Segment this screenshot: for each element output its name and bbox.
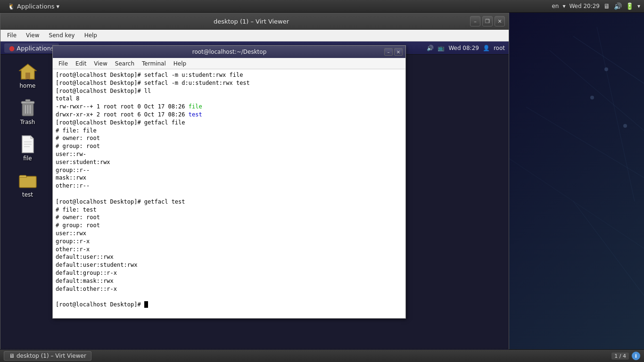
term-line-11: user::rw- <box>56 150 403 158</box>
term-line-22: group::r-x <box>56 238 403 246</box>
inner-applications-menu[interactable]: ● Applications <box>4 43 59 53</box>
svg-line-8 <box>573 201 644 296</box>
inner-user-label: root <box>494 45 505 51</box>
term-line-9: # owner: root <box>56 134 403 142</box>
inner-monitor-icon: 📺 <box>438 45 445 51</box>
host-bottom-left: 🖥 desktop (1) – Virt Viewer <box>4 351 91 361</box>
test-folder-icon-img <box>18 171 37 190</box>
svg-line-1 <box>550 50 644 131</box>
terminal-help-menu[interactable]: Help <box>172 59 188 68</box>
host-battery-icon: 🔋 <box>626 2 634 10</box>
term-line-30: [root@localhost Desktop]# <box>56 301 403 309</box>
term-line-25: default:user:student:rwx <box>56 261 403 269</box>
desktop-icon-trash[interactable]: Trash <box>7 96 49 128</box>
terminal-close-button[interactable]: ✕ <box>394 48 403 56</box>
term-line-21: user::rwx <box>56 230 403 238</box>
host-page-indicator: 1 / 4 <box>611 353 629 360</box>
term-line-3: [root@localhost Desktop]# ll <box>56 87 403 95</box>
host-lang[interactable]: en <box>552 3 559 9</box>
virt-viewer-titlebar: desktop (1) – Virt Viewer – ❒ ✕ <box>0 13 509 30</box>
desktop-icon-test[interactable]: test <box>7 168 49 201</box>
term-line-26: default:group::r-x <box>56 269 403 277</box>
virt-view-menu[interactable]: View <box>24 31 41 40</box>
trash-icon-img <box>18 99 37 117</box>
svg-line-6 <box>526 107 644 178</box>
term-line-19: # owner: root <box>56 214 403 222</box>
host-task-icon: 🖥 <box>9 353 15 359</box>
inner-user-icon: 👤 <box>483 45 490 51</box>
term-line-16 <box>56 190 403 198</box>
terminal-minimize-button[interactable]: – <box>384 48 393 56</box>
inner-datetime: Wed 08:29 <box>448 45 479 51</box>
virt-file-menu[interactable]: File <box>5 31 18 40</box>
term-line-17: [root@localhost Desktop]# getfacl test <box>56 198 403 206</box>
inner-applogo-icon: ● <box>9 44 15 52</box>
host-bottom-right: 1 / 4 i <box>611 352 640 360</box>
terminal-window: root@localhost:~/Desktop – ✕ File Edit V… <box>52 45 406 319</box>
terminal-file-menu[interactable]: File <box>57 59 70 68</box>
term-line-23: other::r-x <box>56 246 403 254</box>
terminal-view-menu[interactable]: View <box>92 59 109 68</box>
svg-rect-13 <box>25 99 30 102</box>
host-applications-arrow: ▾ <box>56 3 59 10</box>
term-line-1: [root@localhost Desktop]# setfacl -m u:s… <box>56 71 403 79</box>
inner-speaker-icon: 🔊 <box>427 45 434 51</box>
host-taskbar: 🐧 Applications ▾ en ▾ Wed 20:29 🖥 🔊 🔋 ▾ <box>0 0 644 13</box>
host-task-virt-viewer[interactable]: 🖥 desktop (1) – Virt Viewer <box>4 351 91 361</box>
term-line-13: group::r-- <box>56 166 403 174</box>
inner-applications-label: Applications <box>17 45 54 52</box>
terminal-cursor <box>144 301 148 308</box>
svg-point-3 <box>604 67 608 71</box>
host-lang-arrow: ▾ <box>562 3 565 9</box>
home-icon-img <box>18 62 37 81</box>
virt-minimize-button[interactable]: – <box>470 16 480 26</box>
svg-marker-18 <box>31 136 33 139</box>
file-icon-label: file <box>23 155 32 162</box>
desktop-icon-home[interactable]: home <box>7 59 49 92</box>
term-line-7: [root@localhost Desktop]# getfacl file <box>56 119 403 127</box>
main-area: desktop (1) – Virt Viewer – ❒ ✕ File Vie… <box>0 13 644 362</box>
home-icon-label: home <box>19 82 35 89</box>
trash-icon-label: Trash <box>20 119 35 125</box>
term-line-14: mask::rwx <box>56 174 403 182</box>
terminal-edit-menu[interactable]: Edit <box>74 59 88 68</box>
test-highlight: test <box>189 111 202 118</box>
svg-point-4 <box>590 96 594 99</box>
inner-desktop: ● Applications Places 🖥 Terminal 🔊 📺 Wed… <box>0 41 509 362</box>
desktop-icon-file[interactable]: file <box>7 132 49 165</box>
term-line-4: total 8 <box>56 95 403 103</box>
terminal-terminal-menu[interactable]: Terminal <box>140 59 168 68</box>
svg-point-5 <box>623 124 627 128</box>
host-task-label: desktop (1) – Virt Viewer <box>17 353 86 359</box>
host-taskbar-right: en ▾ Wed 20:29 🖥 🔊 🔋 ▾ <box>552 2 640 10</box>
term-line-10: # group: root <box>56 142 403 150</box>
test-icon-label: test <box>22 191 33 198</box>
terminal-menubar: File Edit View Search Terminal Help <box>53 58 405 69</box>
host-applications-icon: 🐧 <box>8 3 15 10</box>
term-line-28: default:other::r-x <box>56 285 403 293</box>
virt-viewer-controls: – ❒ ✕ <box>470 16 505 26</box>
term-line-29 <box>56 293 403 301</box>
term-line-6: drwxr-xr-x+ 2 root root 6 Oct 17 08:26 t… <box>56 111 403 119</box>
inner-topbar-right: 🔊 📺 Wed 08:29 👤 root <box>427 45 505 51</box>
term-line-12: user:student:rwx <box>56 158 403 166</box>
virt-viewer-menubar: File View Send key Help <box>0 30 509 41</box>
virt-sendkey-menu[interactable]: Send key <box>47 31 77 40</box>
term-line-15: other::r-- <box>56 182 403 190</box>
virt-close-button[interactable]: ✕ <box>495 16 505 26</box>
host-applications-menu[interactable]: 🐧 Applications ▾ <box>4 2 63 11</box>
terminal-search-menu[interactable]: Search <box>113 59 136 68</box>
terminal-titlebar: root@localhost:~/Desktop – ✕ <box>53 46 405 58</box>
host-bottom-bar: 🖥 desktop (1) – Virt Viewer 1 / 4 i <box>0 349 644 362</box>
term-line-8: # file: file <box>56 127 403 135</box>
host-info-button[interactable]: i <box>632 352 640 360</box>
svg-line-0 <box>573 36 644 83</box>
term-line-20: # group: root <box>56 222 403 230</box>
virt-help-menu[interactable]: Help <box>83 31 99 40</box>
file-icon-img <box>18 135 37 154</box>
terminal-content[interactable]: [root@localhost Desktop]# setfacl -m u:s… <box>53 69 405 318</box>
svg-rect-22 <box>19 176 36 188</box>
host-dropdown-icon[interactable]: ▾ <box>637 3 640 9</box>
virt-restore-button[interactable]: ❒ <box>482 16 493 26</box>
term-line-5: -rw-rwxr--+ 1 root root 0 Oct 17 08:26 f… <box>56 103 403 111</box>
